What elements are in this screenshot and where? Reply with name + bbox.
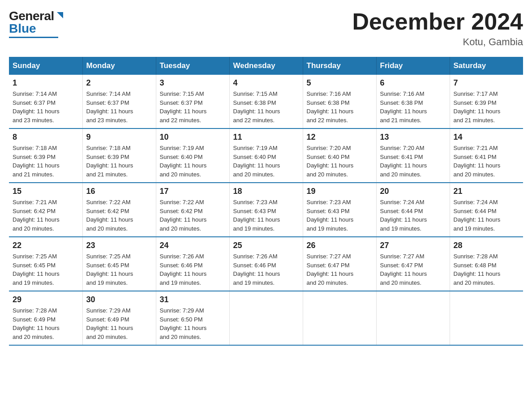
day-number: 4 [233, 78, 299, 88]
calendar-week-row: 22 Sunrise: 7:25 AMSunset: 6:45 PMDaylig… [9, 237, 523, 291]
logo-triangle-icon [55, 10, 65, 20]
day-info: Sunrise: 7:16 AMSunset: 6:38 PMDaylight:… [307, 90, 373, 124]
day-info: Sunrise: 7:29 AMSunset: 6:49 PMDaylight:… [86, 306, 152, 341]
calendar-cell: 19 Sunrise: 7:23 AMSunset: 6:43 PMDaylig… [303, 183, 376, 237]
svg-marker-0 [57, 12, 63, 18]
calendar-cell: 29 Sunrise: 7:28 AMSunset: 6:49 PMDaylig… [9, 291, 82, 345]
day-info: Sunrise: 7:18 AMSunset: 6:39 PMDaylight:… [86, 144, 152, 179]
calendar-table: Sunday Monday Tuesday Wednesday Thursday… [9, 57, 523, 346]
header-saturday: Saturday [450, 57, 523, 75]
calendar-cell: 28 Sunrise: 7:28 AMSunset: 6:48 PMDaylig… [450, 237, 523, 291]
header-sunday: Sunday [9, 57, 82, 75]
day-number: 18 [233, 187, 299, 196]
calendar-cell: 7 Sunrise: 7:17 AMSunset: 6:39 PMDayligh… [450, 75, 523, 128]
calendar-cell [303, 291, 376, 345]
calendar-cell: 31 Sunrise: 7:29 AMSunset: 6:50 PMDaylig… [156, 291, 229, 345]
day-number: 11 [233, 133, 299, 142]
day-number: 10 [160, 133, 226, 142]
calendar-cell: 8 Sunrise: 7:18 AMSunset: 6:39 PMDayligh… [9, 128, 82, 183]
day-number: 13 [380, 133, 446, 142]
day-info: Sunrise: 7:26 AMSunset: 6:46 PMDaylight:… [160, 252, 226, 287]
calendar-cell: 18 Sunrise: 7:23 AMSunset: 6:43 PMDaylig… [229, 183, 303, 237]
day-number: 29 [13, 295, 79, 304]
calendar-cell: 5 Sunrise: 7:16 AMSunset: 6:38 PMDayligh… [303, 75, 376, 128]
day-info: Sunrise: 7:14 AMSunset: 6:37 PMDaylight:… [86, 90, 152, 124]
calendar-cell: 21 Sunrise: 7:24 AMSunset: 6:44 PMDaylig… [450, 183, 523, 237]
day-number: 2 [86, 78, 152, 88]
calendar-week-row: 29 Sunrise: 7:28 AMSunset: 6:49 PMDaylig… [9, 291, 523, 345]
calendar-cell: 17 Sunrise: 7:22 AMSunset: 6:42 PMDaylig… [156, 183, 229, 237]
day-info: Sunrise: 7:27 AMSunset: 6:47 PMDaylight:… [307, 252, 373, 287]
calendar-cell: 6 Sunrise: 7:16 AMSunset: 6:38 PMDayligh… [376, 75, 450, 128]
logo-blue-text: Blue [9, 21, 36, 36]
day-number: 20 [380, 187, 446, 196]
calendar-cell: 10 Sunrise: 7:19 AMSunset: 6:40 PMDaylig… [156, 128, 229, 183]
day-number: 19 [307, 187, 373, 196]
title-block: December 2024 Kotu, Gambia [352, 9, 523, 48]
day-info: Sunrise: 7:23 AMSunset: 6:43 PMDaylight:… [307, 198, 373, 233]
day-number: 22 [13, 241, 79, 250]
day-number: 5 [307, 78, 373, 88]
day-info: Sunrise: 7:18 AMSunset: 6:39 PMDaylight:… [13, 144, 79, 179]
day-number: 3 [160, 78, 226, 88]
calendar-cell: 16 Sunrise: 7:22 AMSunset: 6:42 PMDaylig… [82, 183, 156, 237]
day-info: Sunrise: 7:16 AMSunset: 6:38 PMDaylight:… [380, 90, 446, 124]
calendar-cell: 27 Sunrise: 7:27 AMSunset: 6:47 PMDaylig… [376, 237, 450, 291]
calendar-cell: 24 Sunrise: 7:26 AMSunset: 6:46 PMDaylig… [156, 237, 229, 291]
day-number: 26 [307, 241, 373, 250]
calendar-cell [376, 291, 450, 345]
day-number: 16 [86, 187, 152, 196]
day-info: Sunrise: 7:15 AMSunset: 6:38 PMDaylight:… [233, 90, 299, 124]
day-info: Sunrise: 7:24 AMSunset: 6:44 PMDaylight:… [454, 198, 520, 233]
calendar-cell: 9 Sunrise: 7:18 AMSunset: 6:39 PMDayligh… [82, 128, 156, 183]
day-number: 31 [160, 295, 226, 304]
calendar-cell: 13 Sunrise: 7:20 AMSunset: 6:41 PMDaylig… [376, 128, 450, 183]
calendar-week-row: 1 Sunrise: 7:14 AMSunset: 6:37 PMDayligh… [9, 75, 523, 128]
calendar-cell: 1 Sunrise: 7:14 AMSunset: 6:37 PMDayligh… [9, 75, 82, 128]
calendar-cell: 30 Sunrise: 7:29 AMSunset: 6:49 PMDaylig… [82, 291, 156, 345]
header-tuesday: Tuesday [156, 57, 229, 75]
calendar-header-row: Sunday Monday Tuesday Wednesday Thursday… [9, 57, 523, 75]
day-info: Sunrise: 7:22 AMSunset: 6:42 PMDaylight:… [160, 198, 226, 233]
calendar-cell: 22 Sunrise: 7:25 AMSunset: 6:45 PMDaylig… [9, 237, 82, 291]
day-number: 8 [13, 133, 79, 142]
day-number: 7 [454, 78, 520, 88]
day-number: 30 [86, 295, 152, 304]
day-number: 15 [13, 187, 79, 196]
header-friday: Friday [376, 57, 450, 75]
calendar-cell: 20 Sunrise: 7:24 AMSunset: 6:44 PMDaylig… [376, 183, 450, 237]
day-number: 17 [160, 187, 226, 196]
calendar-cell: 4 Sunrise: 7:15 AMSunset: 6:38 PMDayligh… [229, 75, 303, 128]
day-number: 24 [160, 241, 226, 250]
header-thursday: Thursday [303, 57, 376, 75]
logo: General Blue [9, 9, 65, 38]
day-number: 21 [454, 187, 520, 196]
calendar-title: December 2024 [352, 9, 523, 34]
day-info: Sunrise: 7:21 AMSunset: 6:41 PMDaylight:… [454, 144, 520, 179]
day-number: 23 [86, 241, 152, 250]
calendar-cell [229, 291, 303, 345]
calendar-cell: 25 Sunrise: 7:26 AMSunset: 6:46 PMDaylig… [229, 237, 303, 291]
day-info: Sunrise: 7:20 AMSunset: 6:41 PMDaylight:… [380, 144, 446, 179]
day-info: Sunrise: 7:25 AMSunset: 6:45 PMDaylight:… [86, 252, 152, 287]
day-info: Sunrise: 7:29 AMSunset: 6:50 PMDaylight:… [160, 306, 226, 341]
calendar-cell: 14 Sunrise: 7:21 AMSunset: 6:41 PMDaylig… [450, 128, 523, 183]
calendar-cell: 11 Sunrise: 7:19 AMSunset: 6:40 PMDaylig… [229, 128, 303, 183]
day-number: 9 [86, 133, 152, 142]
calendar-week-row: 8 Sunrise: 7:18 AMSunset: 6:39 PMDayligh… [9, 128, 523, 183]
calendar-week-row: 15 Sunrise: 7:21 AMSunset: 6:42 PMDaylig… [9, 183, 523, 237]
day-number: 1 [13, 78, 79, 88]
calendar-cell: 12 Sunrise: 7:20 AMSunset: 6:40 PMDaylig… [303, 128, 376, 183]
header-monday: Monday [82, 57, 156, 75]
day-number: 27 [380, 241, 446, 250]
day-info: Sunrise: 7:19 AMSunset: 6:40 PMDaylight:… [233, 144, 299, 179]
day-number: 12 [307, 133, 373, 142]
header-wednesday: Wednesday [229, 57, 303, 75]
day-info: Sunrise: 7:17 AMSunset: 6:39 PMDaylight:… [454, 90, 520, 124]
day-number: 28 [454, 241, 520, 250]
day-info: Sunrise: 7:28 AMSunset: 6:49 PMDaylight:… [13, 306, 79, 341]
day-info: Sunrise: 7:24 AMSunset: 6:44 PMDaylight:… [380, 198, 446, 233]
day-info: Sunrise: 7:14 AMSunset: 6:37 PMDaylight:… [13, 90, 79, 124]
day-info: Sunrise: 7:19 AMSunset: 6:40 PMDaylight:… [160, 144, 226, 179]
day-number: 25 [233, 241, 299, 250]
